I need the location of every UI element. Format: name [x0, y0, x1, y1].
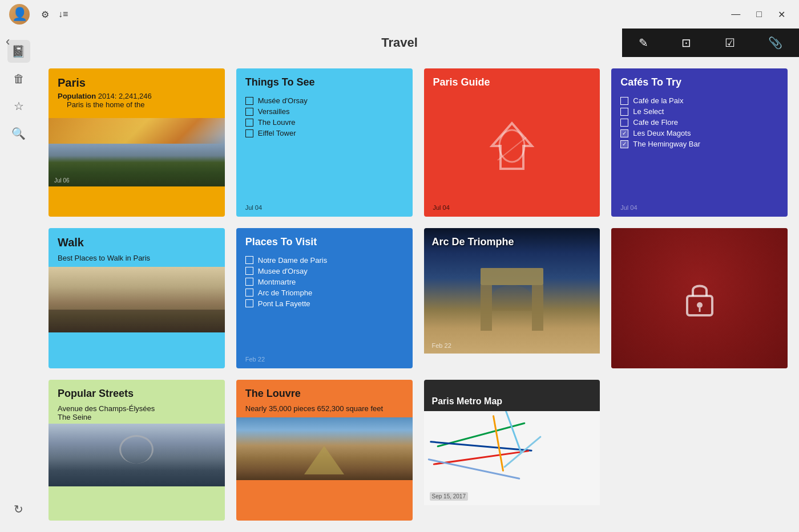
sidebar-sync-icon[interactable]: ↻ — [7, 498, 30, 521]
avatar[interactable]: 👤 — [9, 4, 30, 25]
things-to-see-title: Things To See — [245, 76, 403, 88]
list-item[interactable]: Arc de Triomphe — [245, 287, 403, 298]
notes-grid: Paris Population 2014: 2,241,246 Paris i… — [37, 57, 799, 532]
list-item[interactable]: Cafe de Flore — [620, 117, 778, 128]
camera-icon[interactable]: ⊡ — [677, 31, 696, 54]
checkbox[interactable] — [620, 119, 628, 127]
list-item-label: Cafe de Flore — [633, 118, 678, 127]
settings-button[interactable]: ⚙ — [37, 7, 54, 22]
checkbox[interactable] — [245, 289, 253, 297]
metro-card[interactable]: Paris Metro Map Sep 15, 2017 Sep 15, 201… — [424, 380, 600, 521]
list-item-label: The Hemingway Bar — [633, 140, 700, 148]
louvre-body: Nearly 35,000 pieces 652,300 square feet — [236, 404, 413, 417]
list-item-label: Musée d'Orsay — [258, 96, 308, 105]
list-item checked[interactable]: ✓Les Deux Magots — [620, 128, 778, 139]
paris-card-image: Jul 06 — [49, 118, 225, 217]
list-item[interactable]: Café de la Paix — [620, 95, 778, 106]
popular-streets-body: Avenue des Champs-Élysées The Seine — [49, 404, 225, 424]
sidebar-trash-icon[interactable]: 🗑 — [7, 67, 30, 90]
list-item-label: Le Select — [633, 107, 664, 116]
street-1: Avenue des Champs-Élysées — [58, 404, 216, 413]
places-to-visit-card[interactable]: Places To Visit Notre Dame de Paris Muse… — [236, 228, 413, 369]
street-2: The Seine — [58, 413, 216, 421]
minimize-button[interactable]: — — [727, 7, 745, 22]
svg-point-3 — [697, 302, 703, 308]
maximize-button[interactable]: □ — [752, 7, 766, 22]
list-item-label: Montmartre — [258, 278, 296, 286]
cafes-title: Cafés To Try — [620, 76, 778, 88]
list-item-label: Café de la Paix — [633, 96, 683, 105]
places-to-visit-date: Feb 22 — [236, 351, 413, 368]
checkbox[interactable] — [245, 299, 253, 307]
paris-card-body: Paris is the home of the — [58, 100, 216, 113]
checkbox[interactable] — [245, 108, 253, 116]
paris-card-subtitle: Population 2014: 2,241,246 — [58, 92, 216, 100]
checkbox[interactable] — [620, 108, 628, 116]
paris-card-date: Jul 06 — [54, 177, 70, 184]
list-item-label: Arc de Triomphe — [258, 289, 312, 297]
streets-image — [49, 424, 225, 521]
arc-date: Feb 22 — [432, 342, 451, 349]
cafes-card[interactable]: Cafés To Try Café de la Paix Le Select C… — [611, 68, 788, 217]
walk-card[interactable]: Walk Best Places to Walk in Paris — [49, 228, 225, 369]
list-item-label: Les Deux Magots — [633, 129, 691, 137]
list-item[interactable]: Notre Dame de Paris — [245, 255, 403, 266]
list-item[interactable]: Musée d'Orsay — [245, 95, 403, 106]
metro-image: Paris Metro Map Sep 15, 2017 Sep 15, 201… — [424, 380, 600, 505]
paris-guide-title: Paris Guide — [433, 76, 591, 88]
checkbox[interactable] — [245, 256, 253, 264]
popular-streets-title: Popular Streets — [58, 388, 216, 400]
sort-button[interactable]: ↓≡ — [54, 7, 72, 22]
paris-guide-date: Jul 04 — [424, 200, 600, 217]
checkbox[interactable] — [245, 97, 253, 105]
metro-title: Paris Metro Map — [432, 396, 503, 407]
places-to-visit-title: Places To Visit — [245, 236, 403, 248]
paris-card-title: Paris — [58, 76, 216, 90]
window-controls: — □ ✕ — [727, 7, 790, 22]
paris-card[interactable]: Paris Population 2014: 2,241,246 Paris i… — [49, 68, 225, 217]
edit-icon[interactable]: ✎ — [634, 31, 653, 54]
back-button[interactable]: ‹ — [6, 34, 10, 49]
arc-title: Arc De Triomphe — [432, 236, 514, 248]
things-to-see-card[interactable]: Things To See Musée d'Orsay Versailles T… — [236, 68, 413, 217]
sidebar-star-icon[interactable]: ☆ — [7, 95, 30, 117]
sidebar: 📓 🗑 ☆ 🔍 ↻ — [0, 29, 37, 532]
list-item[interactable]: Musee d'Orsay — [245, 266, 403, 277]
paris-guide-card[interactable]: Paris Guide Jul 04 — [424, 68, 600, 217]
checkbox-checked[interactable]: ✓ — [620, 140, 628, 148]
checkbox[interactable] — [245, 267, 253, 275]
metro-date-label: Sep 15, 2017 — [430, 492, 469, 501]
walk-title: Walk — [58, 236, 216, 249]
popular-streets-card[interactable]: Popular Streets Avenue des Champs-Élysée… — [49, 380, 225, 521]
list-item[interactable]: Versailles — [245, 106, 403, 117]
checklist-icon[interactable]: ☑ — [720, 31, 740, 54]
sidebar-book-icon[interactable]: 📓 — [7, 40, 30, 63]
sidebar-search-icon[interactable]: 🔍 — [7, 122, 30, 145]
checkbox[interactable] — [245, 119, 253, 127]
locked-card[interactable] — [611, 228, 788, 369]
metro-map-area — [424, 411, 600, 505]
checkbox-checked[interactable]: ✓ — [620, 129, 628, 137]
list-item[interactable]: Eiffel Tower — [245, 128, 403, 139]
checkbox[interactable] — [245, 278, 253, 286]
louvre-image — [236, 417, 413, 521]
list-item[interactable]: The Louvre — [245, 117, 403, 128]
titlebar: 👤 ⚙ ↓≡ — □ ✕ — [0, 0, 799, 29]
attach-icon[interactable]: 📎 — [764, 31, 787, 54]
list-item-label: Versailles — [258, 107, 290, 116]
louvre-card[interactable]: The Louvre Nearly 35,000 pieces 652,300 … — [236, 380, 413, 521]
close-button[interactable]: ✕ — [773, 7, 790, 22]
cafes-list: Café de la Paix Le Select Cafe de Flore … — [611, 93, 788, 154]
list-item checked[interactable]: ✓The Hemingway Bar — [620, 139, 778, 149]
list-item[interactable]: Pont La Fayette — [245, 298, 403, 309]
svg-point-0 — [499, 130, 524, 162]
list-item-label: The Louvre — [258, 118, 296, 127]
list-item-label: Eiffel Tower — [258, 129, 296, 137]
arc-card[interactable]: Arc De Triomphe Feb 22 — [424, 228, 600, 369]
walk-body: Best Places to Walk in Paris — [49, 254, 225, 267]
cafes-date: Jul 04 — [611, 200, 788, 217]
list-item[interactable]: Le Select — [620, 106, 778, 117]
list-item[interactable]: Montmartre — [245, 277, 403, 287]
checkbox[interactable] — [620, 97, 628, 105]
checkbox[interactable] — [245, 129, 253, 137]
